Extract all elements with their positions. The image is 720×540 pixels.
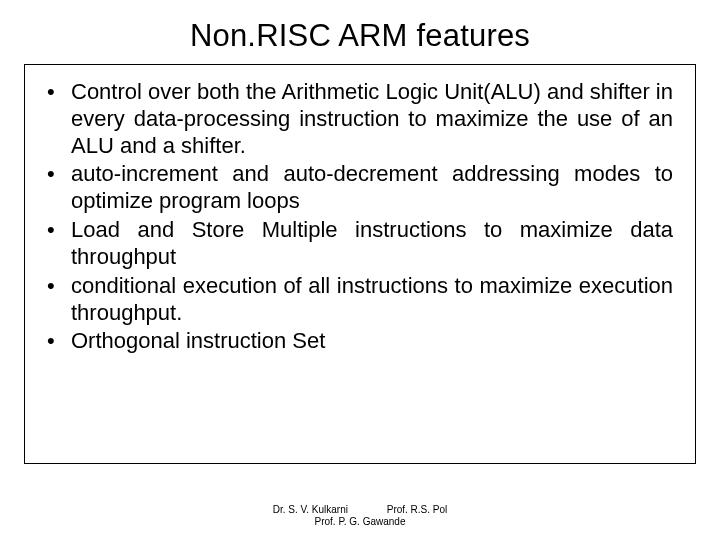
credit-name: Prof. P. G. Gawande (315, 516, 406, 527)
feature-list: Control over both the Arithmetic Logic U… (47, 79, 673, 355)
credit-name: Prof. R.S. Pol (387, 504, 448, 515)
list-item: Load and Store Multiple instructions to … (71, 217, 673, 271)
credit-name: Dr. S. V. Kulkarni (273, 504, 348, 515)
list-item: conditional execution of all instruction… (71, 273, 673, 327)
list-item: auto-increment and auto-decrement addres… (71, 161, 673, 215)
content-box: Control over both the Arithmetic Logic U… (24, 64, 696, 464)
footer-credits: Dr. S. V. Kulkarni Prof. R.S. Pol Prof. … (0, 504, 720, 528)
page-title: Non.RISC ARM features (24, 18, 696, 54)
list-item: Orthogonal instruction Set (71, 328, 673, 355)
list-item: Control over both the Arithmetic Logic U… (71, 79, 673, 159)
